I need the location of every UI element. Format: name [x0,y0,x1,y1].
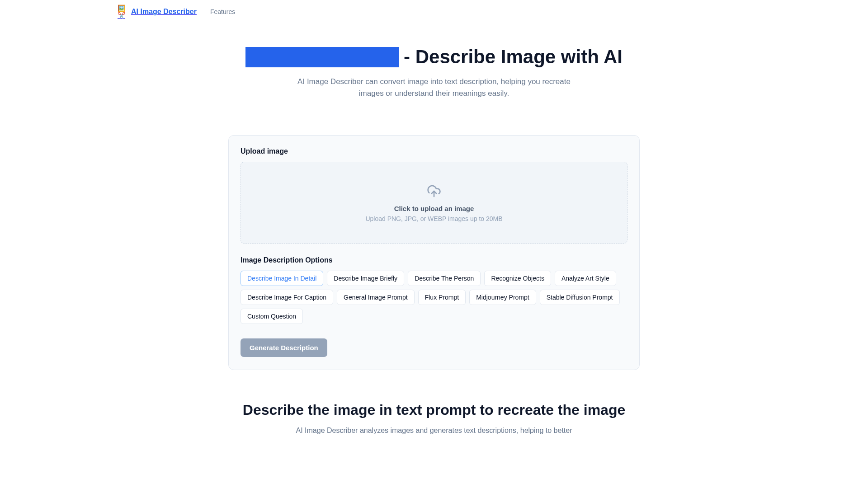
option-chip[interactable]: Recognize Objects [484,271,551,286]
upload-section-label: Upload image [241,147,627,155]
generate-description-button[interactable]: Generate Description [241,338,327,357]
options-grid: Describe Image In DetailDescribe Image B… [241,271,627,324]
option-chip[interactable]: Describe Image Briefly [327,271,404,286]
upload-secondary-text: Upload PNG, JPG, or WEBP images up to 20… [250,215,618,222]
brand-link[interactable]: 🖼️✂️ AI Image Describer [118,7,197,16]
options-section-label: Image Description Options [241,256,627,264]
redacted-bar [245,47,399,67]
header: 🖼️✂️ AI Image Describer Features [0,0,868,23]
nav-features[interactable]: Features [210,8,235,15]
option-chip[interactable]: Custom Question [241,309,303,324]
options-section: Image Description Options Describe Image… [241,256,627,324]
below-title: Describe the image in text prompt to rec… [9,402,859,418]
upload-primary-text: Click to upload an image [250,205,618,212]
option-chip[interactable]: Midjourney Prompt [469,290,536,305]
upload-dropzone[interactable]: Click to upload an image Upload PNG, JPG… [241,162,627,244]
option-chip[interactable]: Describe Image For Caption [241,290,333,305]
hero-subtitle: AI Image Describer can convert image int… [294,76,574,99]
option-chip[interactable]: Describe Image In Detail [241,271,323,286]
brand-name: AI Image Describer [131,8,197,16]
below-section: Describe the image in text prompt to rec… [0,370,868,435]
cloud-upload-icon [427,184,441,198]
option-chip[interactable]: Describe The Person [408,271,481,286]
option-chip[interactable]: Analyze Art Style [555,271,616,286]
hero-section: - Describe Image with AI AI Image Descri… [0,23,868,117]
hero-title: - Describe Image with AI [9,46,859,68]
image-text-icon: 🖼️✂️ [118,7,127,16]
upload-card: Upload image Click to upload an image Up… [228,135,640,370]
hero-title-text: - Describe Image with AI [404,46,623,68]
below-text: AI Image Describer analyzes images and g… [271,427,597,435]
option-chip[interactable]: Flux Prompt [418,290,466,305]
option-chip[interactable]: Stable Diffusion Prompt [540,290,620,305]
option-chip[interactable]: General Image Prompt [337,290,415,305]
